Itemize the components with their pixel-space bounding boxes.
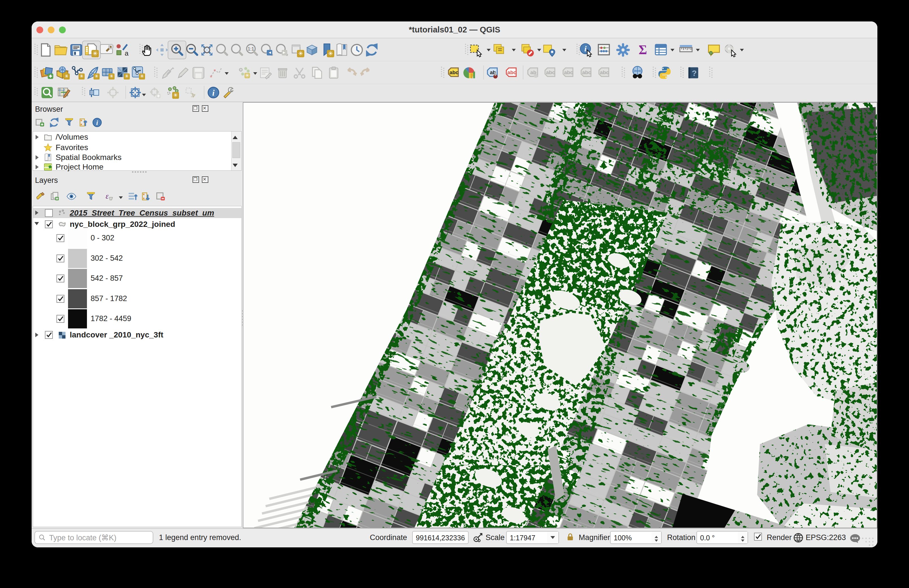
svg-text:i: i [584,44,587,53]
svg-text:abc: abc [546,69,555,75]
svg-text:✳: ✳ [173,92,178,98]
svg-text:abc: abc [507,69,516,75]
svg-text:✳: ✳ [65,73,69,79]
svg-text:a: a [125,49,129,57]
svg-text:i: i [212,88,215,97]
svg-text:✳: ✳ [125,73,129,79]
svg-text:✳: ✳ [79,73,84,79]
svg-text:ε: ε [105,192,109,200]
svg-text:✳: ✳ [94,73,99,79]
svg-text:i: i [96,119,98,126]
svg-text:✳: ✳ [298,50,303,57]
svg-text:abc: abc [600,69,609,75]
svg-text:✳: ✳ [92,50,98,57]
svg-text:1:1: 1:1 [247,46,254,51]
svg-text:abc: abc [450,69,458,75]
svg-text:abc: abc [564,69,573,75]
svg-text:✳: ✳ [328,50,333,57]
svg-text:Σ: Σ [639,43,647,57]
svg-text:✳: ✳ [109,73,113,79]
svg-text:✳: ✳ [245,72,249,78]
svg-text:abc: abc [582,69,591,75]
svg-text:?: ? [692,69,697,78]
svg-text:✳: ✳ [140,73,144,79]
